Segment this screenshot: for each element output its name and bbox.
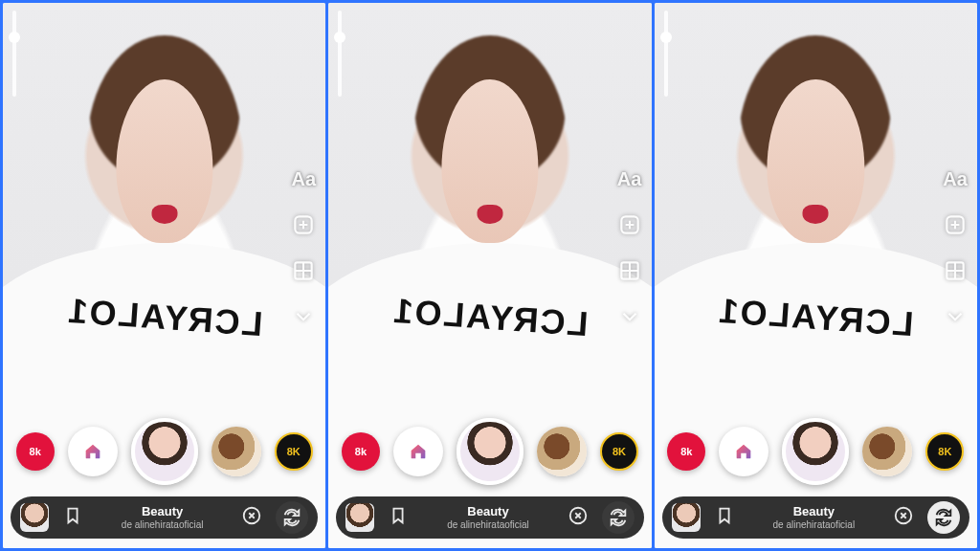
filter-info-bar: Beauty de alinehirataoficial bbox=[11, 496, 318, 539]
filter-chip-8k-red[interactable]: 8k bbox=[16, 432, 55, 471]
filter-carousel[interactable]: 8k 8K bbox=[3, 414, 325, 489]
capture-button-selected-filter[interactable] bbox=[131, 418, 198, 485]
camera-flip-icon[interactable] bbox=[276, 501, 308, 534]
chip-label: 8k bbox=[30, 446, 41, 457]
story-camera-pane: LCRYALO1 Aa 8k 8K Beauty de alinehiratao… bbox=[655, 3, 977, 548]
filter-chip-8k-gold[interactable]: 8K bbox=[275, 432, 313, 471]
subject-lips bbox=[477, 205, 502, 224]
filter-author: de alinehirataoficial bbox=[447, 519, 529, 531]
filter-chip-next[interactable] bbox=[862, 427, 912, 476]
filter-chip-8k-red[interactable]: 8k bbox=[667, 432, 705, 471]
filter-chip-home[interactable] bbox=[68, 427, 118, 476]
edit-tools-column: Aa bbox=[617, 166, 642, 329]
filter-author-avatar[interactable] bbox=[345, 503, 374, 532]
filter-carousel[interactable]: 8k 8K bbox=[655, 414, 977, 489]
filter-chip-8k-gold[interactable]: 8K bbox=[925, 432, 964, 471]
home-icon bbox=[733, 441, 754, 462]
text-icon[interactable]: Aa bbox=[291, 166, 316, 191]
filter-chip-home[interactable] bbox=[393, 427, 443, 476]
filter-chip-next[interactable] bbox=[212, 427, 261, 476]
filter-intensity-slider[interactable] bbox=[12, 11, 16, 97]
chip-label: 8k bbox=[355, 446, 367, 457]
filter-chip-8k-gold[interactable]: 8K bbox=[600, 432, 638, 471]
filter-chip-home[interactable] bbox=[719, 427, 768, 476]
layout-icon[interactable] bbox=[617, 258, 642, 283]
filter-meta[interactable]: Beauty de alinehirataoficial bbox=[422, 505, 553, 530]
edit-tools-column: Aa bbox=[291, 166, 316, 329]
text-icon[interactable]: Aa bbox=[943, 166, 968, 191]
close-icon[interactable] bbox=[893, 505, 914, 530]
filter-name: Beauty bbox=[142, 505, 183, 519]
bookmark-icon[interactable] bbox=[388, 505, 409, 530]
home-icon bbox=[82, 441, 103, 462]
story-camera-pane: LCRYALO1 Aa 8k 8K bbox=[3, 3, 325, 548]
filter-intensity-slider[interactable] bbox=[338, 11, 342, 97]
filter-meta[interactable]: Beauty de alinehirataoficial bbox=[97, 505, 228, 530]
text-icon[interactable]: Aa bbox=[617, 166, 642, 191]
chip-label: 8K bbox=[938, 446, 951, 457]
triptych-container: LCRYALO1 Aa 8k 8K bbox=[0, 0, 980, 551]
filter-carousel[interactable]: 8k 8K bbox=[328, 414, 651, 489]
filter-meta[interactable]: Beauty de alinehirataoficial bbox=[748, 505, 880, 530]
bookmark-icon[interactable] bbox=[714, 505, 735, 530]
subject-lips bbox=[151, 205, 177, 224]
sticker-icon[interactable] bbox=[943, 212, 968, 237]
filter-author-avatar[interactable] bbox=[20, 503, 49, 532]
chevron-down-icon[interactable] bbox=[291, 304, 316, 329]
filter-author-avatar[interactable] bbox=[672, 503, 701, 532]
filter-name: Beauty bbox=[467, 505, 508, 519]
edit-tools-column: Aa bbox=[943, 166, 968, 329]
filter-name: Beauty bbox=[793, 505, 835, 519]
filter-author: de alinehirataoficial bbox=[122, 519, 204, 531]
camera-flip-icon[interactable] bbox=[927, 501, 960, 534]
subject-lips bbox=[803, 205, 829, 224]
layout-icon[interactable] bbox=[943, 258, 968, 283]
chip-label: 8K bbox=[287, 446, 301, 457]
sticker-icon[interactable] bbox=[617, 212, 642, 237]
close-icon[interactable] bbox=[568, 505, 589, 530]
story-camera-pane: LCRYALO1 Aa 8k 8K Beauty de alinehiratao… bbox=[328, 3, 651, 548]
home-icon bbox=[408, 441, 429, 462]
filter-author: de alinehirataoficial bbox=[773, 519, 856, 531]
filter-info-bar: Beauty de alinehirataoficial bbox=[662, 496, 969, 539]
filter-chip-8k-red[interactable]: 8k bbox=[342, 432, 380, 471]
capture-button-selected-filter[interactable] bbox=[782, 418, 849, 485]
chip-label: 8k bbox=[680, 446, 692, 457]
sticker-icon[interactable] bbox=[291, 212, 316, 237]
chevron-down-icon[interactable] bbox=[617, 304, 642, 329]
bookmark-icon[interactable] bbox=[62, 505, 83, 530]
filter-info-bar: Beauty de alinehirataoficial bbox=[336, 496, 643, 539]
layout-icon[interactable] bbox=[291, 258, 316, 283]
chip-label: 8K bbox=[612, 446, 626, 457]
camera-flip-icon[interactable] bbox=[602, 501, 635, 534]
capture-button-selected-filter[interactable] bbox=[457, 418, 523, 485]
close-icon[interactable] bbox=[241, 505, 262, 530]
filter-chip-next[interactable] bbox=[537, 427, 587, 476]
chevron-down-icon[interactable] bbox=[943, 304, 968, 329]
filter-intensity-slider[interactable] bbox=[664, 11, 668, 97]
